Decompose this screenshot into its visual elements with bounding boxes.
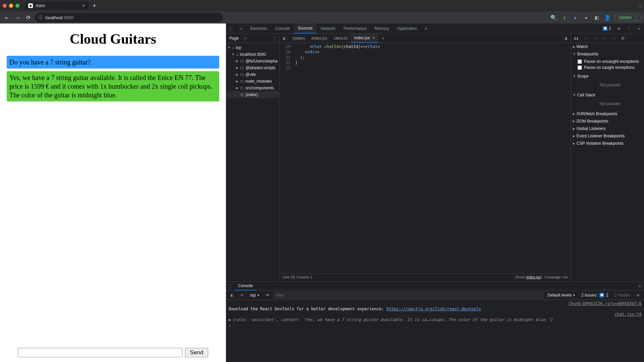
tree-folder[interactable]: ▶🗀node_modules xyxy=(227,78,279,85)
log-levels-select[interactable]: Default levels ▾ xyxy=(546,293,578,298)
zoom-icon[interactable]: 🔍 xyxy=(550,13,558,21)
tree-file-index[interactable]: 🗎(index) xyxy=(227,91,279,98)
send-button[interactable]: Send xyxy=(185,348,209,357)
devtools-settings-icon[interactable]: ⚙ xyxy=(614,24,624,34)
navigator-more-icon[interactable]: » xyxy=(242,36,248,41)
close-window-icon[interactable] xyxy=(3,4,7,8)
more-tabs-icon[interactable]: » xyxy=(421,24,431,34)
console-source-ref[interactable]: chunk-DFK0J226.js?v=d89583bf:8 xyxy=(229,301,641,306)
console-sidebar-icon[interactable]: ◧ xyxy=(228,291,236,299)
toggle-debugger-icon[interactable]: ◨ xyxy=(561,36,570,41)
pane-global-listeners[interactable]: ▶Global Listeners xyxy=(571,125,644,132)
site-info-icon[interactable]: ⓘ xyxy=(38,14,43,20)
pane-dom-breakpoints[interactable]: ▶DOM Breakpoints xyxy=(571,118,644,125)
react-devtools-link[interactable]: https://reactjs.org/link/react-devtools xyxy=(386,307,481,311)
issues-badge[interactable]: 💬 2 xyxy=(600,26,614,31)
new-tab-button[interactable]: + xyxy=(91,2,98,9)
clear-console-icon[interactable]: ⊘ xyxy=(238,291,246,299)
back-button[interactable]: ← xyxy=(3,13,11,21)
navigator-menu-icon[interactable]: ⋮ xyxy=(270,36,279,41)
console-filter-input[interactable] xyxy=(274,292,544,299)
tree-folder[interactable]: ▶🗀@vite xyxy=(227,71,279,78)
issues-count: 2 xyxy=(609,26,611,31)
pane-event-listener-breakpoints[interactable]: ▶Event Listener Breakpoints xyxy=(571,132,644,140)
callstack-state: Not paused xyxy=(578,99,642,108)
coverage-status: Coverage: n/a xyxy=(545,275,568,279)
tree-origin[interactable]: ▼☁localhost:3000 xyxy=(227,51,279,58)
forward-button[interactable]: → xyxy=(13,13,21,21)
pane-watch[interactable]: ▶Watch xyxy=(571,43,644,50)
fullscreen-window-icon[interactable] xyxy=(15,4,19,8)
step-icon[interactable]: → xyxy=(610,34,618,42)
console-output[interactable]: chunk-DFK0J226.js?v=d89583bf:8 Download … xyxy=(226,300,644,362)
pane-csp-breakpoints[interactable]: ▶CSP Violation Breakpoints xyxy=(571,140,644,147)
console-context-select[interactable]: top▾ xyxy=(248,293,262,298)
side-panel-icon[interactable]: ◧ xyxy=(593,13,601,21)
deactivate-breakpoints-icon[interactable]: ⛨ xyxy=(619,34,627,42)
console-issues[interactable]: 2 Issues: 💬 2 xyxy=(579,293,610,298)
console-prompt-icon[interactable]: › xyxy=(229,323,231,328)
pane-breakpoints[interactable]: ▼Breakpoints xyxy=(571,50,644,58)
pause-caught-checkbox[interactable]: Pause on caught exceptions xyxy=(578,64,642,71)
tree-folder[interactable]: ▶🗀src/components xyxy=(227,85,279,91)
update-button[interactable]: Update ⋮ xyxy=(614,14,641,21)
live-expression-icon[interactable]: 👁 xyxy=(264,291,272,299)
device-mode-icon[interactable]: ▭ xyxy=(236,24,246,34)
share-icon[interactable]: ⇪ xyxy=(560,13,568,21)
line-gutter: 19 20 21 22 23 xyxy=(280,43,293,273)
reload-button[interactable]: ⟳ xyxy=(24,13,32,21)
update-label: Update xyxy=(618,15,632,20)
debugger-sidebar: ▮▮ ↷ ↓ ↑ → ⛨ ▶Watch ▼Breakpoints Pause o… xyxy=(571,34,644,280)
close-tab-icon[interactable]: ✕ xyxy=(82,3,85,8)
source-from: (From index.jsx) xyxy=(515,275,542,279)
navigator-page-tab[interactable]: Page xyxy=(226,36,242,41)
browser-menu-icon[interactable]: ⋮ xyxy=(634,15,638,20)
drawer-tab-console[interactable]: Console xyxy=(235,282,256,290)
step-out-icon[interactable]: ↑ xyxy=(600,34,608,42)
console-settings-icon[interactable]: ⚙ xyxy=(634,291,642,299)
tab-overflow-icon[interactable]: ⌄ xyxy=(639,3,641,8)
tab-application[interactable]: Application xyxy=(393,24,421,34)
tree-top[interactable]: ▼▭top xyxy=(227,44,279,51)
console-source-ref[interactable]: chat.jsx:74 xyxy=(229,312,641,317)
pause-script-icon[interactable]: ▮▮ xyxy=(572,34,580,42)
editor-tab-active[interactable]: index.jsx✕ xyxy=(351,34,378,43)
browser-tab-astro[interactable]: ✱ Astro ✕ xyxy=(25,2,89,9)
editor-tab[interactable]: client.ts xyxy=(330,34,351,43)
tab-memory[interactable]: Memory xyxy=(371,24,393,34)
tab-console[interactable]: Console xyxy=(271,24,294,34)
code-area[interactable]: <Chat chatId={chatId}></Chat> </div> );} xyxy=(293,43,570,273)
pause-uncaught-checkbox[interactable]: Pause on uncaught exceptions xyxy=(578,58,642,64)
extensions-icon[interactable]: ✦ xyxy=(582,13,590,21)
hidden-messages[interactable]: 2 hidden xyxy=(612,293,632,298)
chat-input[interactable] xyxy=(18,348,182,357)
pane-callstack[interactable]: ▼Call Stack xyxy=(571,91,644,99)
cursor-position: Line 20, Column 1 xyxy=(282,275,312,279)
tab-elements[interactable]: Elements xyxy=(246,24,271,34)
step-into-icon[interactable]: ↓ xyxy=(591,34,599,42)
tab-performance[interactable]: Performance xyxy=(339,24,371,34)
tree-folder[interactable]: ▶🗀@id/astro:scripts xyxy=(227,64,279,71)
editor-more-tabs-icon[interactable]: » xyxy=(378,36,388,41)
address-bar[interactable]: ⓘ localhost:3000 xyxy=(35,13,223,22)
bookmark-star-icon[interactable]: ★ xyxy=(571,13,579,21)
devtools-close-icon[interactable]: ✕ xyxy=(634,24,644,34)
toggle-navigator-icon[interactable]: ◧ xyxy=(280,36,289,41)
minimize-window-icon[interactable] xyxy=(9,4,13,8)
tab-sources[interactable]: Sources xyxy=(294,24,317,34)
editor-tab[interactable]: index.jsx xyxy=(308,34,331,43)
profile-icon[interactable]: 👤 xyxy=(603,13,611,21)
inspect-element-icon[interactable]: ⬚ xyxy=(226,24,236,34)
pane-scope[interactable]: ▼Scope xyxy=(571,73,644,80)
tab-network[interactable]: Network xyxy=(317,24,339,34)
drawer-menu-icon[interactable]: ⋮ xyxy=(226,284,235,288)
source-from-link[interactable]: index.jsx xyxy=(526,275,541,279)
devtools-menu-icon[interactable]: ⋮ xyxy=(624,24,634,34)
drawer-close-icon[interactable]: ✕ xyxy=(635,284,644,288)
pane-xhr-breakpoints[interactable]: ▶XHR/fetch Breakpoints xyxy=(571,110,644,118)
console-object[interactable]: ▶{role: 'assistant', content: 'Yes, we h… xyxy=(229,317,641,323)
step-over-icon[interactable]: ↷ xyxy=(582,34,590,42)
editor-tab[interactable]: (index) xyxy=(289,34,308,43)
close-editor-tab-icon[interactable]: ✕ xyxy=(372,36,375,40)
tree-folder[interactable]: ▶🗀@fs/Users/stepha xyxy=(227,58,279,64)
